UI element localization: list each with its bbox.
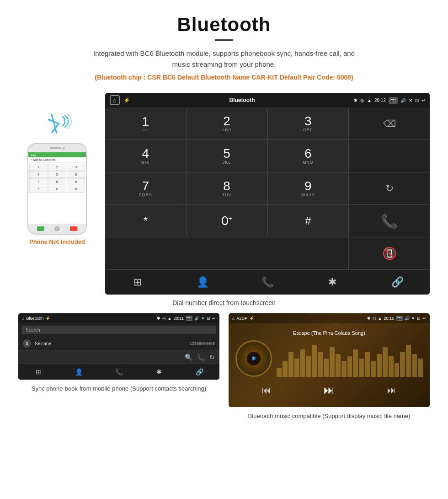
vis-bar bbox=[353, 349, 358, 377]
statusbar-left: ⌂ ⚡ bbox=[110, 95, 130, 105]
vis-bar bbox=[330, 347, 335, 377]
page-title: Bluetooth bbox=[9, 14, 439, 36]
music-visualizer bbox=[277, 340, 423, 377]
pb-toolbar-phone[interactable]: 📞 bbox=[99, 364, 139, 380]
dial-key-0[interactable]: 0+ bbox=[187, 205, 267, 237]
pb-gps-icon: ◎ bbox=[162, 316, 166, 321]
dial-key-2[interactable]: 2 ABC bbox=[187, 107, 267, 140]
music-back-icon: ↩ bbox=[422, 316, 426, 321]
vis-bar bbox=[412, 354, 417, 377]
vis-bar bbox=[336, 354, 341, 377]
pb-statusbar-right: ✱ ◎ ▲ 20:11 📷 🔊 ✕ ⊡ ↩ bbox=[157, 316, 216, 321]
vis-bar bbox=[389, 356, 394, 377]
music-statusbar: ⌂ A2DP ⚡ ✱ ◎ ▲ 20:15 📷 🔊 ✕ ⊡ ↩ bbox=[229, 313, 430, 323]
music-statusbar-left: ⌂ A2DP ⚡ bbox=[232, 316, 254, 321]
pb-usb-icon: ⚡ bbox=[45, 316, 50, 321]
toolbar-bt-btn[interactable]: ✱ bbox=[300, 270, 365, 295]
toolbar-link-btn[interactable]: 🔗 bbox=[365, 270, 430, 295]
phonebook-screen: ⌂ Bluetooth ⚡ ✱ ◎ ▲ 20:11 📷 🔊 ✕ ⊡ ↩ bbox=[18, 313, 219, 380]
pb-search-icon[interactable]: 🔍 bbox=[185, 354, 192, 361]
next-track-btn[interactable]: ⏭ bbox=[387, 385, 396, 396]
dial-key-1[interactable]: 1 ○○ bbox=[105, 107, 186, 140]
toolbar-contacts-btn[interactable]: 👤 bbox=[170, 270, 235, 295]
dial-screen-container: ⌂ ⚡ Bluetooth ✱ ◎ ▲ 20:12 📷 🔊 ✕ ⊡ ↩ bbox=[105, 93, 430, 295]
dial-call-green-cell[interactable]: 📞 bbox=[349, 205, 430, 237]
vis-bar bbox=[359, 359, 364, 377]
pb-toolbar-bt[interactable]: ✱ bbox=[139, 364, 179, 380]
contact-row: S Seicane 13566664466 bbox=[18, 337, 219, 351]
toolbar-phone-btn[interactable]: 📞 bbox=[235, 270, 300, 295]
pb-cam-icon: 📷 bbox=[186, 316, 192, 321]
dial-caption: Dial number direct from touchscreen bbox=[0, 299, 448, 306]
phone-key-3: 3 bbox=[67, 164, 85, 171]
music-bt-icon: ✱ bbox=[367, 316, 371, 321]
volume-icon[interactable]: 🔊 bbox=[400, 98, 406, 103]
phone-speaker bbox=[50, 147, 61, 149]
phonebook-search-bar[interactable]: Search bbox=[22, 326, 216, 334]
phone-keypad: 1 2 3 4 5 6 7 8 9 * 0 # bbox=[28, 163, 86, 193]
phone-key-9: 9 bbox=[67, 178, 85, 185]
dial-key-star[interactable]: * bbox=[105, 205, 186, 237]
pb-statusbar-left: ⌂ Bluetooth ⚡ bbox=[22, 316, 50, 321]
dial-key-hash[interactable]: # bbox=[268, 205, 349, 237]
vis-bar bbox=[288, 352, 293, 377]
phone-mockup: ●●●MORE + Add to Contacts 1 2 3 4 5 6 7 … bbox=[27, 143, 87, 235]
music-screen: ⌂ A2DP ⚡ ✱ ◎ ▲ 20:15 📷 🔊 ✕ ⊡ ↩ E bbox=[229, 313, 430, 407]
phone-key-2: 2 bbox=[48, 164, 66, 171]
pb-home-icon: ⌂ bbox=[22, 316, 24, 321]
dial-key-7[interactable]: 7 PQRS bbox=[105, 172, 186, 204]
phone-camera bbox=[63, 147, 65, 150]
phone-key-0: 0 bbox=[48, 186, 66, 193]
back-icon[interactable]: ↩ bbox=[421, 98, 425, 103]
dial-statusbar: ⌂ ⚡ Bluetooth ✱ ◎ ▲ 20:12 📷 🔊 ✕ ⊡ ↩ bbox=[105, 93, 430, 107]
pb-reload-icon[interactable]: ↻ bbox=[209, 354, 215, 361]
toolbar-grid-btn[interactable]: ⊞ bbox=[105, 270, 170, 295]
phone-key-8: 8 bbox=[48, 178, 66, 185]
contact-name: Seicane bbox=[35, 341, 186, 346]
dial-reload[interactable]: ↻ bbox=[349, 172, 430, 204]
pb-call-icon[interactable]: 📞 bbox=[197, 354, 205, 361]
dial-key-3[interactable]: 3 DEF bbox=[268, 107, 349, 140]
main-section: ●●●MORE + Add to Contacts 1 2 3 4 5 6 7 … bbox=[0, 88, 448, 295]
home-button[interactable]: ⌂ bbox=[110, 95, 120, 105]
phone-top-bar bbox=[28, 144, 86, 152]
phone-key-1: 1 bbox=[29, 164, 48, 171]
dial-key-6[interactable]: 6 MNO bbox=[268, 140, 349, 172]
pb-split-icon: ⊡ bbox=[207, 316, 210, 321]
dial-key-5[interactable]: 5 JKL bbox=[187, 140, 267, 172]
header-specs: (Bluetooth chip : CSR BC6 Default Blueto… bbox=[9, 74, 439, 81]
music-disc-inner: ✱ bbox=[247, 352, 261, 365]
music-vol-icon: 🔊 bbox=[405, 316, 410, 321]
close-icon[interactable]: ✕ bbox=[409, 98, 412, 103]
phone-key-4: 4 bbox=[29, 171, 48, 178]
dial-key-4[interactable]: 4 GHI bbox=[105, 140, 186, 172]
dial-call-red-cell[interactable]: 📵 bbox=[349, 237, 430, 269]
play-pause-btn[interactable]: ⏭ bbox=[324, 384, 335, 397]
contact-letter: S bbox=[23, 339, 31, 348]
phonebook-statusbar: ⌂ Bluetooth ⚡ ✱ ◎ ▲ 20:11 📷 🔊 ✕ ⊡ ↩ bbox=[18, 313, 219, 323]
music-split-icon: ⊡ bbox=[417, 316, 421, 321]
bottom-screenshots: ⌂ Bluetooth ⚡ ✱ ◎ ▲ 20:11 📷 🔊 ✕ ⊡ ↩ bbox=[0, 313, 448, 421]
dial-key-8[interactable]: 8 TUV bbox=[187, 172, 267, 204]
pb-toolbar-contacts[interactable]: 👤 bbox=[59, 364, 99, 380]
music-time: 20:15 bbox=[384, 316, 394, 321]
statusbar-right: ✱ ◎ ▲ 20:12 📷 🔊 ✕ ⊡ ↩ bbox=[354, 97, 425, 104]
music-usb-icon: ⚡ bbox=[249, 316, 254, 321]
bt-signal-svg bbox=[41, 107, 75, 141]
music-home-icon: ⌂ bbox=[232, 316, 235, 321]
vis-bar bbox=[377, 354, 382, 377]
prev-track-btn[interactable]: ⏮ bbox=[262, 385, 271, 396]
dial-empty-2 bbox=[349, 140, 430, 172]
header-description: Integrated with BC6 Bluetooth module, su… bbox=[87, 48, 361, 70]
dial-keypad-grid: 1 ○○ 2 ABC 3 DEF ⌫ 4 GHI bbox=[105, 107, 430, 269]
vis-bar bbox=[283, 361, 288, 377]
dial-key-9[interactable]: 9 WXYZ bbox=[268, 172, 349, 204]
phone-call-btn bbox=[37, 226, 44, 231]
music-cam-icon: 📷 bbox=[396, 316, 403, 321]
pb-toolbar-link[interactable]: 🔗 bbox=[179, 364, 219, 380]
split-icon[interactable]: ⊡ bbox=[415, 98, 419, 103]
phone-illustration: ●●●MORE + Add to Contacts 1 2 3 4 5 6 7 … bbox=[18, 93, 96, 245]
usb-icon: ⚡ bbox=[123, 97, 130, 103]
pb-toolbar-grid[interactable]: ⊞ bbox=[18, 364, 59, 380]
title-divider bbox=[215, 39, 233, 41]
